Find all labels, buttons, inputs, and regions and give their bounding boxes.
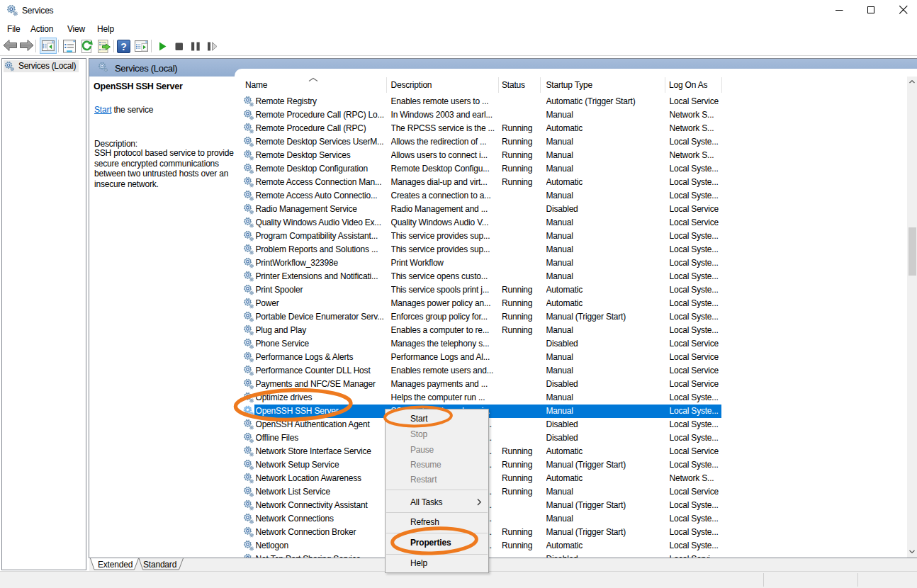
svg-text:?: ? xyxy=(120,41,127,52)
